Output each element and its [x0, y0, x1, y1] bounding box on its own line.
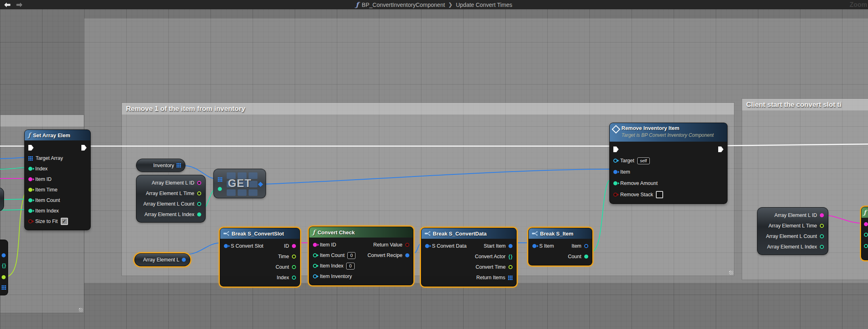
break-struct-icon — [223, 231, 229, 236]
node-set-array-elem-header[interactable]: ƒ Set Array Elem — [25, 130, 90, 140]
struct-in-pin[interactable] — [532, 244, 536, 248]
exec-out-pin[interactable] — [718, 146, 723, 152]
wire-exec-remove-out[interactable] — [725, 144, 868, 146]
breadcrumb-current[interactable]: Update Convert Times — [456, 2, 512, 8]
node-left-edge-cut[interactable]: { } — [0, 240, 8, 295]
node-left-capsule-cut[interactable] — [0, 187, 4, 211]
node-array-element-l-getter[interactable]: Array Element L — [134, 253, 190, 266]
node-get[interactable]: GET — [213, 169, 266, 198]
target-self-value[interactable]: self — [637, 157, 650, 164]
pin-label: Item Count — [35, 197, 60, 203]
float-pin[interactable] — [28, 188, 32, 192]
remove-amount-in-pin[interactable] — [613, 181, 617, 185]
node-remove-inventory-item[interactable]: Remove Inventory Item Target is BP Conve… — [609, 123, 728, 204]
breadcrumb-parent[interactable]: BP_ConvertInventoryComponent — [362, 2, 445, 8]
blueprint-editor-canvas[interactable]: Remove 1 of the item from inventory Clie… — [0, 0, 868, 329]
int-in-pin[interactable] — [864, 244, 868, 248]
start-item-out-pin[interactable] — [508, 244, 513, 248]
node-break-s-convertslot-header[interactable]: Break S_ConvertSlot — [220, 228, 300, 239]
wire-item-index[interactable] — [0, 210, 27, 210]
pin-label: Size to Fit — [35, 219, 58, 224]
item-in-pin[interactable] — [613, 170, 617, 174]
array-out-pin[interactable] — [2, 285, 6, 290]
int-out-pin[interactable] — [820, 245, 824, 249]
class-out-pin[interactable]: { } — [2, 263, 6, 268]
convert-recipe-out-pin[interactable] — [405, 253, 409, 257]
exec-out-pin[interactable] — [81, 145, 87, 151]
item-count-in-pin[interactable] — [313, 253, 317, 257]
node-inventory-getter[interactable]: Inventory — [136, 159, 185, 172]
int-pin[interactable] — [28, 167, 32, 171]
wire-item-time[interactable] — [6, 189, 27, 277]
return-value-out-pin[interactable] — [405, 243, 409, 247]
string-pin[interactable] — [28, 177, 32, 181]
pin-label: Item — [620, 169, 630, 175]
int-out-pin-connected[interactable] — [197, 212, 201, 217]
array-pin[interactable] — [28, 156, 33, 161]
wire-target-array[interactable] — [0, 157, 27, 159]
node-set-array-elem[interactable]: ƒ Set Array Elem Target Array Index Item… — [24, 129, 91, 230]
pin-label: Item ID — [35, 176, 51, 182]
bool-pin[interactable] — [28, 219, 32, 223]
float-out-pin[interactable] — [197, 191, 201, 195]
item-count-input[interactable]: 0 — [347, 252, 355, 259]
string-in-pin[interactable] — [864, 222, 868, 226]
pin-label: Array Element L Count — [143, 201, 194, 207]
function-icon: ƒ — [313, 229, 315, 236]
struct-out-pin[interactable] — [182, 258, 186, 262]
float-out-pin[interactable] — [820, 224, 824, 228]
node-convert-check[interactable]: ƒ Convert Check Item ID Return Value Ite… — [309, 227, 413, 285]
return-items-out-pin[interactable] — [508, 276, 513, 280]
pin-label: S Convert Data — [432, 243, 466, 249]
size-to-fit-checkbox[interactable]: ✓ — [61, 218, 68, 225]
node-right-edge-cut[interactable]: ƒ — [861, 207, 868, 260]
id-out-pin[interactable] — [292, 244, 296, 248]
node-remove-inventory-item-header[interactable]: Remove Inventory Item Target is BP Conve… — [610, 123, 727, 142]
node-break-s-item[interactable]: Break S_Item S Item Item Count — [528, 228, 592, 265]
node-array-element-getter-right[interactable]: Array Element L ID Array Element L Time … — [757, 207, 828, 255]
int-in-pin[interactable] — [864, 233, 868, 237]
zoom-indicator: Zoom — [849, 1, 867, 8]
node-break-s-convertslot[interactable]: Break S_ConvertSlot S Convert Slot ID Ti… — [220, 228, 300, 287]
wire-count-to-removeamount[interactable] — [591, 179, 611, 253]
struct-in-pin[interactable] — [425, 244, 429, 248]
struct-out-pin[interactable] — [2, 253, 6, 257]
time-out-pin[interactable] — [292, 255, 296, 259]
remove-stack-in-pin[interactable] — [613, 193, 617, 197]
exec-in-pin[interactable] — [613, 146, 619, 152]
wire-get-to-item[interactable] — [262, 169, 611, 184]
function-call-icon — [612, 125, 620, 134]
convert-time-out-pin[interactable] — [508, 265, 513, 269]
pin-label: Item — [572, 243, 581, 249]
node-break-s-convertdata[interactable]: Break S_ConvertData S Convert Data Start… — [421, 228, 517, 287]
float-out-pin-connected[interactable] — [2, 275, 6, 279]
int-pin[interactable] — [28, 198, 32, 202]
wire-arrayelem-to-breakslot[interactable] — [183, 243, 222, 255]
node-break-s-convertdata-header[interactable]: Break S_ConvertData — [421, 228, 516, 239]
target-in-pin[interactable] — [613, 159, 617, 163]
pin-label: Array Element L Time — [768, 223, 817, 229]
item-out-pin[interactable] — [584, 244, 588, 248]
node-convert-check-header[interactable]: ƒ Convert Check — [309, 227, 413, 238]
int-pin[interactable] — [28, 209, 32, 213]
pin-label: Target — [620, 158, 634, 163]
struct-in-pin[interactable] — [224, 244, 228, 248]
count-out-pin[interactable] — [292, 265, 296, 269]
int-out-pin[interactable] — [820, 234, 824, 238]
item-index-input[interactable]: 0 — [346, 263, 354, 270]
convert-actor-out-pin[interactable]: { } — [508, 254, 513, 259]
item-inventory-in-pin[interactable] — [313, 274, 317, 278]
count-out-pin[interactable] — [584, 255, 588, 259]
node-array-element-getter-left[interactable]: Array Element L ID Array Element L Time … — [136, 175, 206, 223]
string-out-pin-connected[interactable] — [820, 213, 824, 217]
wire-index[interactable] — [0, 168, 27, 169]
item-index-in-pin[interactable] — [313, 264, 317, 268]
array-out-pin[interactable] — [177, 163, 181, 168]
int-out-pin[interactable] — [197, 202, 201, 206]
index-out-pin[interactable] — [292, 276, 296, 280]
exec-in-pin[interactable] — [28, 145, 34, 151]
node-break-s-item-header[interactable]: Break S_Item — [529, 228, 592, 239]
item-id-in-pin[interactable] — [313, 243, 317, 247]
string-out-pin[interactable] — [197, 181, 201, 185]
remove-stack-checkbox[interactable] — [656, 191, 663, 198]
